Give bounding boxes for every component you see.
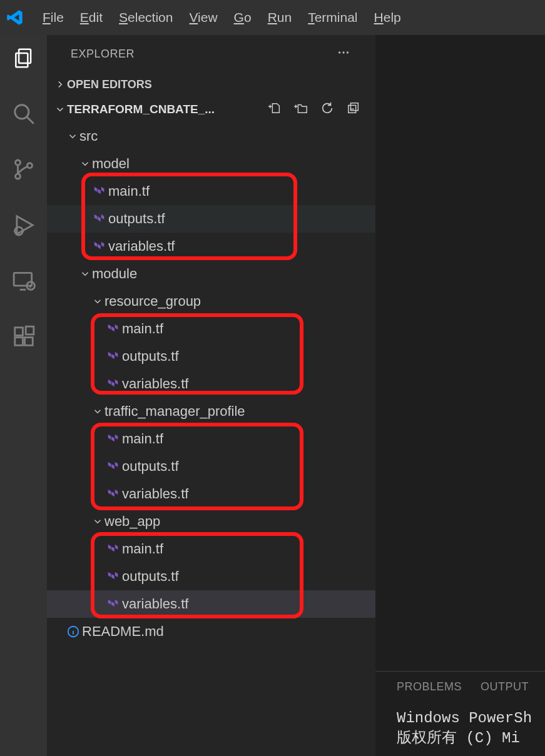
menu-view[interactable]: View [189, 10, 217, 25]
svg-point-4 [15, 160, 20, 165]
folder-label: module [92, 266, 137, 282]
search-icon[interactable] [12, 102, 36, 129]
file-tmp-main[interactable]: main.tf [47, 425, 375, 453]
explorer-icon[interactable] [12, 46, 36, 73]
file-label: outputs.tf [122, 458, 179, 475]
folder-web-app[interactable]: web_app [47, 508, 375, 535]
file-label: main.tf [108, 183, 150, 199]
terraform-icon [104, 432, 122, 446]
folder-label: model [92, 156, 130, 172]
more-actions-icon[interactable] [337, 46, 350, 63]
folder-label: web_app [104, 513, 160, 530]
menu-bar: File Edit Selection View Go Run Terminal… [0, 0, 545, 35]
svg-rect-16 [14, 338, 23, 346]
file-label: main.tf [122, 431, 163, 447]
terraform-icon [104, 460, 122, 473]
file-model-main[interactable]: main.tf [47, 178, 375, 205]
file-rg-variables[interactable]: variables.tf [47, 370, 375, 398]
terraform-icon [104, 487, 122, 501]
file-label: README.md [82, 623, 164, 640]
file-model-variables[interactable]: variables.tf [47, 233, 375, 260]
new-folder-icon[interactable] [294, 101, 308, 118]
svg-marker-7 [16, 216, 32, 234]
chevron-down-icon [91, 516, 104, 527]
terminal-line: Windows PowerSh [397, 708, 545, 728]
extensions-icon[interactable] [12, 325, 36, 351]
svg-rect-0 [19, 49, 31, 63]
file-wa-variables[interactable]: variables.tf [47, 590, 375, 618]
file-tmp-variables[interactable]: variables.tf [47, 480, 375, 508]
file-label: main.tf [122, 321, 163, 337]
file-label: main.tf [122, 541, 163, 557]
svg-rect-18 [26, 326, 34, 335]
menu-run[interactable]: Run [268, 10, 292, 25]
svg-line-3 [26, 117, 33, 124]
svg-point-6 [27, 163, 32, 168]
refresh-icon[interactable] [320, 101, 334, 118]
svg-point-20 [342, 51, 344, 53]
collapse-all-icon[interactable] [347, 101, 360, 118]
folder-module[interactable]: module [47, 260, 375, 288]
menu-go[interactable]: Go [234, 10, 252, 25]
svg-rect-1 [16, 53, 28, 67]
project-header[interactable]: TERRAFORM_CNBATE_... [47, 96, 375, 123]
folder-label: traffic_manager_profile [104, 403, 245, 420]
file-tmp-outputs[interactable]: outputs.tf [47, 453, 375, 480]
remote-explorer-icon[interactable] [12, 269, 36, 296]
chevron-down-icon [53, 104, 67, 115]
file-readme[interactable]: README.md [47, 618, 375, 645]
terraform-icon [104, 570, 122, 583]
panel: PROBLEMS OUTPUT Windows PowerSh 版权所有 (C)… [375, 671, 545, 756]
file-wa-outputs[interactable]: outputs.tf [47, 563, 375, 590]
terraform-icon [104, 377, 122, 391]
tab-output[interactable]: OUTPUT [481, 680, 529, 693]
file-wa-main[interactable]: main.tf [47, 535, 375, 563]
terraform-icon [104, 322, 122, 336]
menu-file[interactable]: File [43, 10, 64, 25]
file-model-outputs[interactable]: outputs.tf [47, 205, 375, 233]
explorer-sidebar: EXPLORER OPEN EDITORS TERRAFORM_CNBATE_.… [47, 35, 375, 756]
file-label: variables.tf [122, 486, 188, 502]
project-name-label: TERRAFORM_CNBATE_... [67, 103, 215, 116]
new-file-icon[interactable] [268, 101, 282, 118]
folder-resource-group[interactable]: resource_group [47, 288, 375, 315]
svg-rect-15 [14, 328, 23, 336]
activity-bar [0, 35, 47, 756]
svg-point-21 [347, 51, 349, 53]
sidebar-title: EXPLORER [47, 35, 375, 73]
file-label: variables.tf [108, 238, 175, 255]
file-rg-main[interactable]: main.tf [47, 315, 375, 343]
folder-traffic-manager-profile[interactable]: traffic_manager_profile [47, 398, 375, 425]
menu-selection[interactable]: Selection [119, 10, 173, 25]
chevron-down-icon [91, 406, 104, 417]
svg-point-19 [339, 51, 340, 53]
menu-edit[interactable]: Edit [80, 10, 103, 25]
folder-model[interactable]: model [47, 150, 375, 178]
sidebar-title-label: EXPLORER [71, 48, 135, 61]
file-label: outputs.tf [122, 568, 179, 585]
folder-label: src [79, 128, 98, 144]
file-label: variables.tf [122, 376, 188, 392]
terraform-icon [91, 212, 108, 226]
file-label: outputs.tf [108, 211, 165, 227]
chevron-down-icon [66, 131, 79, 142]
run-debug-icon[interactable] [12, 213, 36, 240]
tab-problems[interactable]: PROBLEMS [397, 680, 462, 693]
terminal-output[interactable]: Windows PowerSh 版权所有 (C) Mi [397, 708, 545, 749]
terminal-line: 版权所有 (C) Mi [397, 728, 545, 748]
terraform-icon [104, 597, 122, 611]
menu-terminal[interactable]: Terminal [308, 10, 357, 25]
open-editors-section[interactable]: OPEN EDITORS [47, 73, 375, 96]
vscode-logo-icon [6, 9, 24, 26]
terraform-icon [104, 542, 122, 556]
terraform-icon [91, 239, 108, 253]
folder-src[interactable]: src [47, 123, 375, 150]
source-control-icon[interactable] [12, 158, 36, 184]
file-label: outputs.tf [122, 348, 179, 365]
menu-help[interactable]: Help [374, 10, 401, 25]
open-editors-label: OPEN EDITORS [67, 78, 152, 91]
file-rg-outputs[interactable]: outputs.tf [47, 343, 375, 370]
chevron-down-icon [78, 268, 92, 280]
chevron-right-icon [53, 79, 67, 90]
svg-point-5 [15, 174, 20, 179]
